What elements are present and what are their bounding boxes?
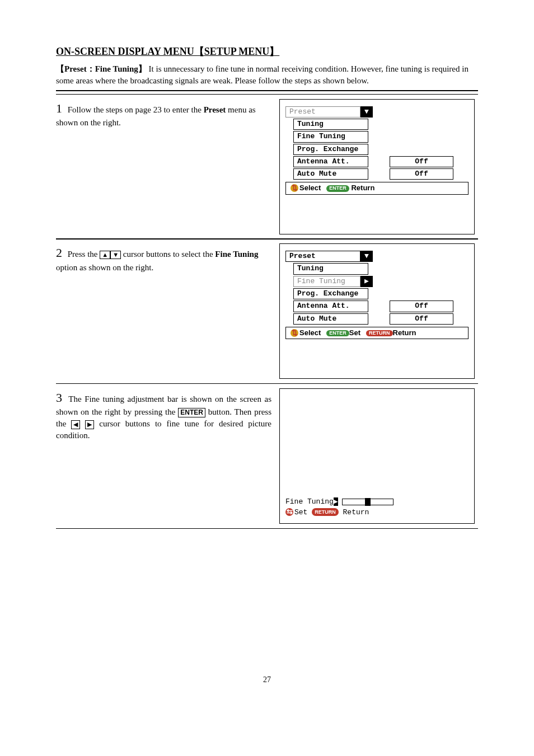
down-triangle-icon: ▼: [110, 251, 121, 259]
intro-paragraph: 【Preset：Fine Tuning】 It is unnecessary t…: [56, 63, 478, 87]
osd-bottom-bar: ⇅Select ENTER Return: [285, 182, 469, 194]
step-number-3: 3: [56, 391, 62, 405]
step-2-row: 2 Press the ▲▼ cursor buttons to select …: [56, 238, 478, 384]
osd3-bottom-bar: ⇆Set RETURN Return: [285, 508, 469, 518]
step-2-d: option as shown on the right.: [56, 263, 153, 272]
enter-box: ENTER: [178, 408, 205, 417]
step-1-osd: Preset▼ Tuning Fine Tuning Prog. Exchang…: [276, 95, 478, 239]
osd-prog-exchange[interactable]: Prog. Exchange: [293, 144, 368, 155]
osd2-prog-exchange[interactable]: Prog. Exchange: [293, 288, 368, 299]
osd-fine-tuning[interactable]: Fine Tuning: [293, 131, 368, 142]
fine-tuning-slider[interactable]: [342, 499, 394, 505]
step-1-row: 1 Follow the steps on page 23 to enter t…: [56, 94, 478, 240]
osd2-return-label: Return: [393, 328, 416, 337]
return-pill: RETURN: [312, 508, 339, 516]
right-arrow-icon: ▶: [334, 497, 338, 506]
enter-pill: ENTER: [326, 185, 349, 192]
osd-panel-2: Preset▼ Tuning Fine Tuning▶ Prog. Exchan…: [279, 243, 475, 379]
step-2-osd: Preset▼ Tuning Fine Tuning▶ Prog. Exchan…: [276, 239, 478, 383]
osd2-set-label: Set: [349, 328, 360, 337]
down-arrow-icon: ▼: [360, 106, 373, 118]
osd-automute-value: Off: [390, 168, 453, 180]
up-triangle-icon: ▲: [100, 251, 110, 259]
osd2-antenna-att[interactable]: Antenna Att.: [293, 300, 368, 312]
osd3-return-label: Return: [343, 508, 369, 516]
leftright-icon: ⇆: [285, 508, 293, 516]
slider-thumb[interactable]: [365, 498, 371, 506]
right-triangle-icon: ▶: [85, 420, 94, 429]
osd2-automute-value: Off: [390, 313, 453, 325]
step-number-1: 1: [56, 101, 62, 115]
osd-antenna-value: Off: [390, 156, 453, 167]
osd-panel-1: Preset▼ Tuning Fine Tuning Prog. Exchang…: [279, 99, 475, 234]
return-pill: RETURN: [366, 330, 393, 337]
left-triangle-icon: ◀: [71, 420, 80, 429]
osd-title: Preset: [285, 106, 360, 118]
osd-select-label: Select: [299, 184, 321, 192]
down-arrow-icon: ▼: [360, 251, 373, 262]
updown-icon: ⇅: [291, 329, 298, 337]
osd-antenna-att[interactable]: Antenna Att.: [293, 156, 368, 167]
page-number: 27: [56, 674, 478, 685]
osd2-antenna-value: Off: [390, 300, 453, 312]
right-arrow-icon: ▶: [360, 276, 373, 287]
osd3-fine-tuning: Fine Tuning: [285, 497, 334, 506]
step-2-text: 2 Press the ▲▼ cursor buttons to select …: [56, 239, 276, 383]
osd3-set-label: Set: [294, 508, 307, 516]
osd2-fine-tuning[interactable]: Fine Tuning: [293, 276, 360, 287]
osd-auto-mute[interactable]: Auto Mute: [293, 168, 368, 180]
step-3-row: 3 The Fine tuning adjustment bar is show…: [56, 383, 478, 529]
step-number-2: 2: [56, 246, 62, 260]
osd2-title: Preset: [285, 251, 360, 262]
osd2-bottom-bar: ⇅Select ENTERSet RETURNReturn: [285, 327, 469, 339]
osd-tuning[interactable]: Tuning: [293, 119, 368, 130]
updown-icon: ⇅: [291, 184, 298, 192]
divider: [56, 90, 478, 91]
step-1-text: 1 Follow the steps on page 23 to enter t…: [56, 95, 276, 239]
step-2-b: cursor buttons to select the: [121, 250, 215, 259]
step-1-a: Follow the steps on page 23 to enter the: [68, 105, 204, 114]
step-1-b: Preset: [204, 105, 226, 114]
page-heading: ON-SCREEN DISPLAY MENU【SETUP MENU】: [56, 45, 478, 59]
enter-pill: ENTER: [326, 330, 349, 337]
step-3-osd: Fine Tuning▶ ⇆Set RETURN Return: [276, 384, 478, 528]
osd-panel-3: Fine Tuning▶ ⇆Set RETURN Return: [279, 388, 475, 524]
osd2-auto-mute[interactable]: Auto Mute: [293, 313, 368, 325]
osd-return-label: Return: [351, 184, 374, 192]
osd2-tuning[interactable]: Tuning: [293, 263, 368, 274]
osd2-select-label: Select: [299, 328, 321, 337]
step-2-c: Fine Tuning: [215, 250, 258, 259]
intro-label: 【Preset：Fine Tuning】: [56, 64, 147, 73]
step-2-a: Press the: [68, 250, 100, 259]
step-3-text: 3 The Fine tuning adjustment bar is show…: [56, 384, 276, 528]
